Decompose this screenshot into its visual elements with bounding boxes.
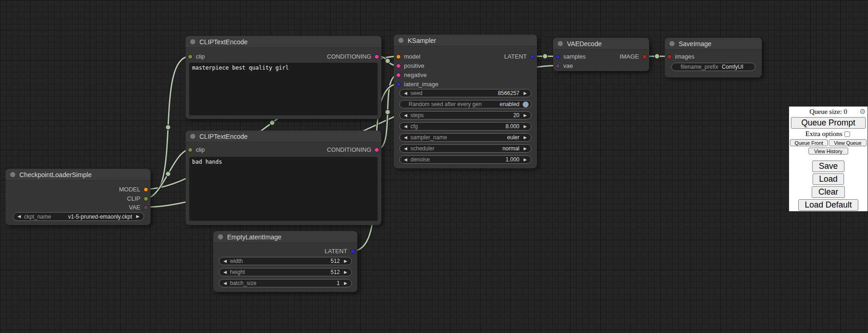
node-clip-text-encode-positive[interactable]: CLIPTextEncode clip CONDITIONING masterp… bbox=[186, 36, 381, 119]
port-dot-clip[interactable] bbox=[188, 148, 193, 152]
positive-prompt-textarea[interactable]: masterpiece best quality girl bbox=[189, 63, 378, 115]
output-slot-model[interactable]: MODEL bbox=[119, 186, 148, 192]
load-default-button[interactable]: Load Default bbox=[798, 199, 858, 211]
port-dot-latent[interactable] bbox=[530, 54, 535, 59]
port-dot-vae[interactable] bbox=[555, 64, 560, 68]
port-dot-clip[interactable] bbox=[188, 54, 193, 59]
port-dot-vae[interactable] bbox=[144, 205, 148, 210]
output-slot-image[interactable]: IMAGE bbox=[620, 54, 647, 59]
collapse-dot-icon[interactable] bbox=[558, 41, 563, 46]
collapse-dot-icon[interactable] bbox=[190, 134, 195, 139]
node-title-bar[interactable]: EmptyLatentImage bbox=[213, 231, 357, 243]
decrement-arrow-icon[interactable]: ◀ bbox=[403, 147, 408, 151]
port-dot-negative[interactable] bbox=[396, 73, 401, 77]
widget-ckpt-name[interactable]: ◀ ckpt_name v1-5-pruned-emaonly.ckpt ▶ bbox=[13, 212, 144, 221]
save-button[interactable]: Save bbox=[812, 161, 844, 172]
input-slot-vae[interactable]: vae bbox=[555, 63, 573, 69]
port-dot-samples[interactable] bbox=[555, 54, 560, 59]
node-checkpoint-loader[interactable]: CheckpointLoaderSimple MODEL CLIP VAE ◀ … bbox=[6, 169, 151, 225]
port-dot-model[interactable] bbox=[396, 54, 401, 59]
output-slot-vae[interactable]: VAE bbox=[129, 204, 148, 210]
node-title-bar[interactable]: SaveImage bbox=[665, 38, 762, 50]
collapse-dot-icon[interactable] bbox=[398, 38, 404, 43]
input-slot-negative[interactable]: negative bbox=[396, 72, 427, 78]
port-dot-conditioning[interactable] bbox=[374, 54, 379, 59]
widget-cfg[interactable]: ◀ cfg 8.000 ▶ bbox=[399, 122, 531, 131]
increment-arrow-icon[interactable]: ▶ bbox=[343, 281, 348, 285]
collapse-dot-icon[interactable] bbox=[190, 39, 195, 44]
node-save-image[interactable]: SaveImage images filename_prefix ComfyUI bbox=[665, 38, 762, 77]
collapse-dot-icon[interactable] bbox=[218, 234, 223, 239]
node-title-bar[interactable]: CLIPTextEncode bbox=[186, 36, 381, 48]
widget-steps[interactable]: ◀ steps 20 ▶ bbox=[399, 111, 531, 119]
port-dot-positive[interactable] bbox=[396, 64, 401, 68]
increment-arrow-icon[interactable]: ▶ bbox=[343, 270, 348, 274]
input-slot-clip[interactable]: clip bbox=[188, 147, 205, 153]
increment-arrow-icon[interactable]: ▶ bbox=[523, 113, 528, 118]
widget-denoise[interactable]: ◀ denoise 1.000 ▶ bbox=[399, 155, 531, 164]
node-empty-latent-image[interactable]: EmptyLatentImage LATENT ◀ width 512 ▶ ◀ … bbox=[213, 231, 357, 292]
port-dot-clip[interactable] bbox=[144, 196, 148, 201]
decrement-arrow-icon[interactable]: ◀ bbox=[17, 214, 22, 219]
output-slot-conditioning[interactable]: CONDITIONING bbox=[327, 147, 379, 153]
collapse-dot-icon[interactable] bbox=[10, 172, 15, 177]
increment-arrow-icon[interactable]: ▶ bbox=[523, 158, 528, 162]
port-dot-model[interactable] bbox=[144, 187, 148, 192]
increment-arrow-icon[interactable]: ▶ bbox=[523, 91, 528, 95]
decrement-arrow-icon[interactable]: ◀ bbox=[223, 270, 228, 274]
node-title-bar[interactable]: VAEDecode bbox=[553, 38, 649, 50]
decrement-arrow-icon[interactable]: ◀ bbox=[403, 125, 408, 129]
port-dot-latent[interactable] bbox=[350, 249, 355, 254]
load-button[interactable]: Load bbox=[813, 173, 844, 185]
node-vae-decode[interactable]: VAEDecode samples vae IMAGE bbox=[553, 38, 649, 71]
decrement-arrow-icon[interactable]: ◀ bbox=[403, 91, 408, 95]
node-graph-canvas[interactable]: CheckpointLoaderSimple MODEL CLIP VAE ◀ … bbox=[0, 0, 868, 333]
output-slot-conditioning[interactable]: CONDITIONING bbox=[327, 54, 379, 59]
widget-seed[interactable]: ◀ seed 8566257 ▶ bbox=[399, 89, 531, 97]
decrement-arrow-icon[interactable]: ◀ bbox=[223, 281, 228, 285]
widget-scheduler[interactable]: ◀ scheduler normal ▶ bbox=[399, 144, 531, 153]
input-slot-latent-image[interactable]: latent_image bbox=[396, 81, 438, 87]
port-dot-images[interactable] bbox=[667, 54, 672, 59]
increment-arrow-icon[interactable]: ▶ bbox=[523, 147, 528, 151]
node-title-bar[interactable]: CLIPTextEncode bbox=[186, 131, 381, 143]
node-title-bar[interactable]: CheckpointLoaderSimple bbox=[6, 169, 151, 181]
port-dot-latent-image[interactable] bbox=[396, 82, 401, 87]
widget-batch-size[interactable]: ◀ batch_size 1 ▶ bbox=[219, 279, 352, 287]
widget-width[interactable]: ◀ width 512 ▶ bbox=[219, 257, 352, 265]
increment-arrow-icon[interactable]: ▶ bbox=[523, 125, 528, 129]
increment-arrow-icon[interactable]: ▶ bbox=[135, 214, 140, 219]
clear-button[interactable]: Clear bbox=[812, 186, 844, 198]
input-slot-positive[interactable]: positive bbox=[396, 63, 424, 69]
increment-arrow-icon[interactable]: ▶ bbox=[343, 259, 348, 263]
widget-sampler-name[interactable]: ◀ sampler_name euler ▶ bbox=[399, 133, 531, 142]
node-ksampler[interactable]: KSampler model positive negative latent_… bbox=[394, 35, 537, 168]
queue-prompt-button[interactable]: Queue Prompt bbox=[791, 117, 866, 129]
extra-options-checkbox[interactable] bbox=[844, 131, 850, 137]
input-slot-samples[interactable]: samples bbox=[555, 54, 585, 59]
input-slot-model[interactable]: model bbox=[396, 54, 420, 59]
view-queue-button[interactable]: View Queue bbox=[829, 139, 867, 146]
queue-front-button[interactable]: Queue Front bbox=[790, 139, 828, 146]
output-slot-latent[interactable]: LATENT bbox=[504, 54, 535, 59]
decrement-arrow-icon[interactable]: ◀ bbox=[403, 113, 408, 118]
widget-height[interactable]: ◀ height 512 ▶ bbox=[219, 268, 352, 276]
port-dot-conditioning[interactable] bbox=[374, 148, 379, 152]
node-clip-text-encode-negative[interactable]: CLIPTextEncode clip CONDITIONING bad han… bbox=[186, 131, 381, 225]
decrement-arrow-icon[interactable]: ◀ bbox=[403, 136, 408, 140]
decrement-arrow-icon[interactable]: ◀ bbox=[223, 259, 228, 263]
input-slot-images[interactable]: images bbox=[667, 54, 694, 59]
widget-random-seed-toggle[interactable]: Random seed after every gen enabled bbox=[399, 100, 531, 108]
increment-arrow-icon[interactable]: ▶ bbox=[523, 136, 528, 140]
widget-filename-prefix[interactable]: filename_prefix ComfyUI bbox=[671, 63, 755, 71]
view-history-button[interactable]: View History bbox=[808, 148, 848, 155]
output-slot-latent[interactable]: LATENT bbox=[325, 248, 355, 254]
node-title-bar[interactable]: KSampler bbox=[394, 35, 537, 47]
input-slot-clip[interactable]: clip bbox=[188, 54, 205, 59]
toggle-dot-icon[interactable] bbox=[523, 101, 529, 107]
port-dot-image[interactable] bbox=[642, 54, 647, 59]
decrement-arrow-icon[interactable]: ◀ bbox=[403, 158, 408, 162]
output-slot-clip[interactable]: CLIP bbox=[127, 196, 148, 202]
negative-prompt-textarea[interactable]: bad hands bbox=[189, 157, 378, 221]
settings-gear-icon[interactable]: ⚙ bbox=[860, 108, 866, 115]
